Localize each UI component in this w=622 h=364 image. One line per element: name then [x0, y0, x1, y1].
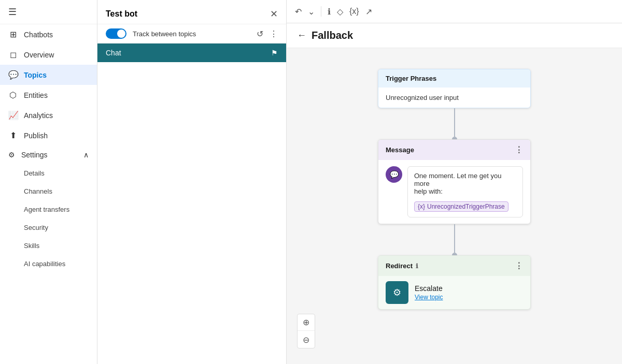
export-icon[interactable]: ↗ [365, 7, 372, 17]
toolbar-top: ↶ ⌄ ℹ ◇ {x} ↗ [287, 0, 622, 23]
topics-icon: 💬 [8, 70, 18, 80]
bot-chat-icon: 💬 [390, 170, 399, 179]
publish-icon: ⬆ [8, 130, 18, 140]
redirect-node-header: Redirect ℹ ⋮ [378, 256, 530, 276]
sidebar-item-analytics[interactable]: 📈 Analytics [0, 105, 97, 125]
canvas-area[interactable]: Trigger Phrases Unrecognized user input … [287, 48, 622, 364]
info-icon[interactable]: ℹ [328, 7, 331, 17]
sidebar-item-topics[interactable]: 💬 Topics [0, 65, 97, 85]
chat-tab[interactable]: Chat ⚑ [97, 43, 286, 62]
redirect-gear-icon: ⚙ [393, 287, 401, 298]
sidebar-item-publish[interactable]: ⬆ Publish [0, 125, 97, 145]
canvas-header: ← Fallback [287, 23, 622, 48]
sidebar-item-entities[interactable]: ⬡ Entities [0, 85, 97, 105]
trigger-header-label: Trigger Phrases [386, 75, 436, 82]
track-label: Track between topics [133, 30, 250, 38]
chatbots-icon: ⊞ [8, 30, 18, 39]
zoom-out-button[interactable]: ⊖ [298, 332, 315, 348]
toggle-knob [117, 30, 125, 38]
undo-icon[interactable]: ↶ [295, 7, 302, 17]
settings-icon: ⚙ [8, 151, 15, 159]
redirect-name: Escalate [415, 284, 443, 293]
sidebar-item-agent-transfers[interactable]: Agent transfers [0, 200, 97, 219]
connector-2 [454, 224, 455, 255]
main-area: ↶ ⌄ ℹ ◇ {x} ↗ ← Fallback Trigger Phrases… [287, 0, 622, 364]
sidebar-item-chatbots-label: Chatbots [24, 31, 53, 39]
message-bubble: One moment. Let me get you more help wit… [407, 166, 523, 217]
test-panel-title: Test bot [106, 9, 137, 19]
analytics-icon: 📈 [8, 110, 18, 120]
sidebar-item-analytics-label: Analytics [24, 111, 53, 120]
sidebar-item-security[interactable]: Security [0, 219, 97, 237]
sidebar-item-channels[interactable]: Channels [0, 182, 97, 200]
trigger-node-header: Trigger Phrases [378, 69, 530, 88]
redirect-icon-box: ⚙ [386, 281, 408, 304]
sidebar-item-entities-label: Entities [24, 91, 48, 99]
message-node: Message ⋮ 💬 One moment. Let me get you m… [378, 139, 531, 224]
sidebar-item-chatbots[interactable]: ⊞ Chatbots [0, 24, 97, 45]
entities-icon: ⬡ [8, 90, 18, 100]
track-toggle[interactable] [106, 28, 126, 39]
message-node-header: Message ⋮ [378, 140, 530, 160]
chevron-up-icon: ∧ [83, 151, 89, 159]
agent-transfers-label: Agent transfers [24, 206, 69, 213]
settings-left: ⚙ Settings [8, 151, 48, 159]
security-label: Security [24, 224, 48, 231]
details-label: Details [24, 169, 45, 177]
chevron-down-icon[interactable]: ⌄ [308, 7, 315, 17]
back-button[interactable]: ← [297, 30, 306, 41]
message-header-label: Message [386, 146, 414, 154]
flow-container: Trigger Phrases Unrecognized user input … [297, 59, 612, 364]
sidebar-settings-label: Settings [21, 151, 48, 159]
message-text-line1: One moment. Let me get you more [414, 172, 516, 187]
test-panel-toolbar: Track between topics ↺ ⋮ [97, 24, 286, 43]
redirect-info: Escalate View topic [415, 284, 443, 301]
close-icon[interactable]: ✕ [270, 8, 278, 20]
redirect-info-icon: ℹ [416, 263, 418, 270]
channels-label: Channels [24, 187, 52, 195]
variable-prefix: {x} [418, 203, 425, 210]
message-more-icon[interactable]: ⋮ [515, 145, 523, 155]
connector-1 [454, 108, 455, 139]
skills-label: Skills [24, 242, 39, 250]
redirect-node-body: ⚙ Escalate View topic [378, 276, 530, 309]
trigger-node-body: Unrecognized user input [378, 88, 530, 108]
sidebar-item-overview-label: Overview [24, 51, 54, 59]
test-panel: Test bot ✕ Track between topics ↺ ⋮ Chat… [97, 0, 287, 364]
flag-icon: ⚑ [271, 49, 278, 57]
sidebar-settings-header[interactable]: ⚙ Settings ∧ [0, 145, 97, 164]
trigger-node: Trigger Phrases Unrecognized user input [378, 69, 531, 108]
hamburger-icon[interactable]: ☰ [8, 7, 17, 17]
test-panel-header: Test bot ✕ [97, 0, 286, 24]
redirect-header-label: Redirect [386, 262, 413, 270]
redirect-header-left: Redirect ℹ [386, 262, 418, 270]
variable-badge: {x} UnrecognizedTriggerPhrase [414, 201, 508, 212]
sidebar-item-details[interactable]: Details [0, 164, 97, 182]
more-options-icon[interactable]: ⋮ [270, 29, 278, 39]
sidebar-item-topics-label: Topics [24, 71, 47, 79]
sidebar-item-overview[interactable]: ◻ Overview [0, 45, 97, 65]
sidebar-top: ☰ [0, 0, 97, 24]
toolbar-divider [321, 6, 321, 17]
refresh-icon[interactable]: ↺ [257, 29, 263, 39]
variable-icon[interactable]: {x} [349, 7, 359, 16]
chat-content-area [97, 62, 286, 364]
zoom-controls: ⊕ ⊖ [297, 314, 315, 348]
sidebar-item-publish-label: Publish [24, 132, 48, 140]
sidebar-item-ai-capabilities[interactable]: AI capabilities [0, 255, 97, 273]
trigger-body-text: Unrecognized user input [386, 94, 459, 101]
chat-tab-label: Chat [106, 49, 121, 57]
message-text-line2: help with: [414, 187, 516, 195]
canvas-title: Fallback [312, 30, 353, 41]
message-node-body: 💬 One moment. Let me get you more help w… [378, 160, 530, 224]
zoom-in-button[interactable]: ⊕ [298, 314, 315, 331]
sidebar: ☰ ⊞ Chatbots ◻ Overview 💬 Topics ⬡ Entit… [0, 0, 97, 364]
overview-icon: ◻ [8, 50, 18, 60]
tag-icon[interactable]: ◇ [337, 7, 343, 17]
sidebar-item-skills[interactable]: Skills [0, 237, 97, 255]
message-bot-icon: 💬 [386, 166, 402, 183]
ai-capabilities-label: AI capabilities [24, 260, 65, 268]
redirect-more-icon[interactable]: ⋮ [515, 261, 523, 271]
redirect-node: Redirect ℹ ⋮ ⚙ Escalate View topic [378, 255, 531, 310]
view-topic-link[interactable]: View topic [415, 294, 443, 301]
